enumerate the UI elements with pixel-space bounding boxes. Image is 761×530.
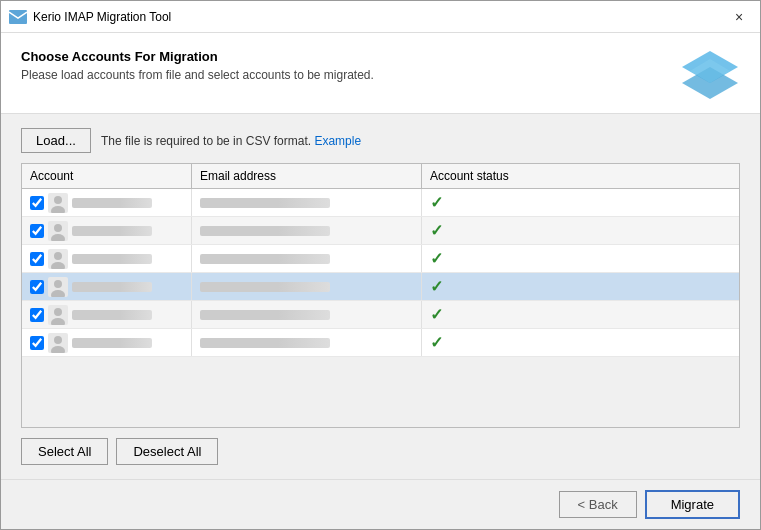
table-row: ✓ <box>22 245 739 273</box>
app-logo <box>680 49 740 99</box>
account-checkbox[interactable] <box>30 224 44 238</box>
avatar-icon <box>48 193 68 213</box>
account-cell <box>22 329 192 356</box>
status-checkmark: ✓ <box>430 277 443 296</box>
account-cell <box>22 301 192 328</box>
email-cell <box>192 273 422 300</box>
table-row: ✓ <box>22 189 739 217</box>
load-button[interactable]: Load... <box>21 128 91 153</box>
close-button[interactable]: × <box>726 4 752 30</box>
column-email: Email address <box>192 164 422 188</box>
select-all-button[interactable]: Select All <box>21 438 108 465</box>
page-subtitle: Please load accounts from file and selec… <box>21 68 374 82</box>
email-blurred <box>200 338 330 348</box>
table-row: ✓ <box>22 273 739 301</box>
avatar-icon <box>48 333 68 353</box>
avatar-icon <box>48 305 68 325</box>
account-name-blurred <box>72 226 152 236</box>
title-bar: Kerio IMAP Migration Tool × <box>1 1 760 33</box>
email-blurred <box>200 310 330 320</box>
svg-point-11 <box>54 252 62 260</box>
account-name-blurred <box>72 310 152 320</box>
account-cell <box>22 273 192 300</box>
table-body[interactable]: ✓ <box>22 189 739 427</box>
status-checkmark: ✓ <box>430 249 443 268</box>
window-title: Kerio IMAP Migration Tool <box>33 10 726 24</box>
status-cell: ✓ <box>422 273 739 300</box>
account-checkbox[interactable] <box>30 280 44 294</box>
email-cell <box>192 217 422 244</box>
account-name-blurred <box>72 254 152 264</box>
account-cell <box>22 245 192 272</box>
svg-point-17 <box>54 308 62 316</box>
content-area: Load... The file is required to be in CS… <box>1 114 760 479</box>
header-section: Choose Accounts For Migration Please loa… <box>1 33 760 114</box>
table-row: ✓ <box>22 217 739 245</box>
status-checkmark: ✓ <box>430 305 443 324</box>
load-row: Load... The file is required to be in CS… <box>21 128 740 153</box>
header-text: Choose Accounts For Migration Please loa… <box>21 49 374 82</box>
account-cell <box>22 189 192 216</box>
main-window: Kerio IMAP Migration Tool × Choose Accou… <box>0 0 761 530</box>
account-name-blurred <box>72 198 152 208</box>
selection-buttons: Select All Deselect All <box>21 438 740 465</box>
email-blurred <box>200 282 330 292</box>
table-row: ✓ <box>22 301 739 329</box>
status-checkmark: ✓ <box>430 333 443 352</box>
footer: < Back Migrate <box>1 479 760 529</box>
account-name-blurred <box>72 282 152 292</box>
email-cell <box>192 245 422 272</box>
account-checkbox[interactable] <box>30 196 44 210</box>
account-checkbox[interactable] <box>30 308 44 322</box>
back-button[interactable]: < Back <box>559 491 637 518</box>
svg-point-20 <box>54 336 62 344</box>
avatar-icon <box>48 277 68 297</box>
email-blurred <box>200 198 330 208</box>
column-status: Account status <box>422 164 739 188</box>
load-info-text: The file is required to be in CSV format… <box>101 134 361 148</box>
table-header: Account Email address Account status <box>22 164 739 189</box>
avatar-icon <box>48 249 68 269</box>
status-cell: ✓ <box>422 245 739 272</box>
column-account: Account <box>22 164 192 188</box>
accounts-table: Account Email address Account status <box>21 163 740 428</box>
migrate-button[interactable]: Migrate <box>645 490 740 519</box>
status-checkmark: ✓ <box>430 221 443 240</box>
email-blurred <box>200 254 330 264</box>
status-cell: ✓ <box>422 189 739 216</box>
account-checkbox[interactable] <box>30 252 44 266</box>
app-icon <box>9 8 27 26</box>
email-cell <box>192 189 422 216</box>
email-blurred <box>200 226 330 236</box>
status-cell: ✓ <box>422 301 739 328</box>
svg-point-14 <box>54 280 62 288</box>
email-cell <box>192 329 422 356</box>
account-checkbox[interactable] <box>30 336 44 350</box>
status-cell: ✓ <box>422 329 739 356</box>
status-cell: ✓ <box>422 217 739 244</box>
deselect-all-button[interactable]: Deselect All <box>116 438 218 465</box>
account-name-blurred <box>72 338 152 348</box>
avatar-icon <box>48 221 68 241</box>
example-link[interactable]: Example <box>314 134 361 148</box>
table-row: ✓ <box>22 329 739 357</box>
account-cell <box>22 217 192 244</box>
page-title: Choose Accounts For Migration <box>21 49 374 64</box>
email-cell <box>192 301 422 328</box>
svg-point-5 <box>54 196 62 204</box>
status-checkmark: ✓ <box>430 193 443 212</box>
svg-point-8 <box>54 224 62 232</box>
svg-rect-0 <box>9 10 27 24</box>
